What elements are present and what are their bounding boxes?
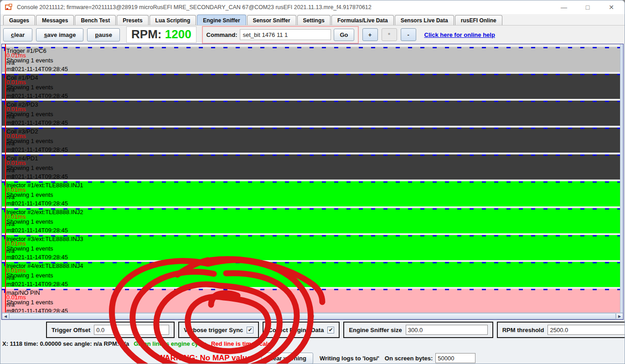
rpm-label: RPM: — [131, 27, 161, 41]
sniffer-channel-row[interactable]: Trigger #1/PC6 0.01ms Showing 1 events n… — [2, 47, 620, 72]
command-input[interactable] — [240, 29, 331, 40]
channel-timestamp: 2021-11-14T09:28:45 — [11, 66, 68, 72]
sniffer-channel-row[interactable]: Injector #2/ext:TLE8888.INJ2 0.01ms Show… — [2, 208, 620, 233]
tab[interactable]: Presets — [117, 15, 148, 25]
tab[interactable]: Engine Sniffer — [197, 15, 246, 25]
channel-timestamp: 2021-11-14T09:28:45 — [11, 92, 68, 99]
channel-timestamp: 2021-11-14T09:28:45 — [11, 173, 68, 180]
verbose-trigger-panel: Verbose trigger Sync — [178, 322, 259, 338]
save-image-button[interactable]: save image — [36, 28, 83, 41]
channel-na: n/a — [6, 140, 15, 147]
window-title: Console 20211112; firmware=20211113@2891… — [17, 4, 372, 10]
tab-label: Messages — [42, 17, 68, 24]
tab-label: Settings — [303, 17, 325, 24]
engine-sniffer-panel: Trigger #1/PC6 0.01ms Showing 1 events n… — [1, 44, 624, 320]
tab-label: Bench Test — [81, 17, 110, 24]
tab[interactable]: Sensor Sniffer — [247, 15, 296, 25]
channel-timestamp: 2021-11-14T09:28:45 — [11, 200, 68, 207]
on-screen-bytes-label: On screen bytes: — [385, 355, 433, 362]
channel-na: n/a — [6, 86, 15, 93]
tab[interactable]: Bench Test — [75, 15, 116, 25]
channel-timestamp: 2021-11-14T09:28:45 — [11, 281, 68, 287]
sniffer-channel-row[interactable]: map/NO PIN 0.01ms Showing 1 events n/a m… — [2, 289, 620, 313]
channel-na: n/a — [6, 220, 15, 227]
clear-warning-button[interactable]: clear warning — [261, 353, 313, 364]
channel-timestamp: 2021-11-14T09:28:45 — [11, 146, 68, 153]
minimize-icon[interactable]: — — [559, 2, 569, 12]
command-label: Command: — [207, 31, 238, 38]
time-scale-red-line — [5, 44, 6, 313]
scrollbar-thumb[interactable] — [9, 313, 616, 319]
sniffer-channel-row[interactable]: Injector #1/ext:TLE8888.INJ1 0.01ms Show… — [2, 181, 620, 206]
channel-na: n/a — [6, 301, 15, 308]
tab-label: Engine Sniffer — [203, 17, 240, 24]
tab-label: Lua Scripting — [155, 17, 191, 24]
map-warning-text: WARNING: No MAP values — [158, 354, 256, 363]
rpm-value: 1200 — [165, 27, 191, 41]
scrollbar-grip — [310, 315, 315, 318]
sniffer-channel-row[interactable]: Coil #3/PD2 0.01ms Showing 1 events n/a … — [2, 128, 620, 153]
cursor-position-status: X: 1118 time: 0.00000 sec angle: n/a RPM… — [2, 340, 129, 347]
tab[interactable]: rusEFI Online — [455, 15, 502, 25]
sniffer-size-input[interactable] — [406, 325, 488, 335]
tab[interactable]: Lua Scripting — [150, 15, 196, 25]
rpm-threshold-input[interactable] — [548, 325, 625, 335]
go-button[interactable]: Go — [334, 29, 354, 41]
scroll-right-icon[interactable]: ▶ — [616, 313, 623, 319]
rpm-threshold-panel: RPM threshold — [497, 322, 625, 338]
tab[interactable]: Formulas/Live Data — [331, 15, 394, 25]
channel-na: n/a — [6, 247, 15, 254]
tab-label: Presets — [123, 17, 142, 24]
channel-timestamp: 2021-11-14T09:28:45 — [11, 254, 68, 261]
sniffer-channel-row[interactable]: Coil #4/PD1 0.01ms Showing 1 events n/a … — [2, 154, 620, 179]
clear-button[interactable]: clear — [3, 28, 32, 41]
close-icon[interactable]: ✕ — [606, 2, 616, 12]
channel-na: n/a — [6, 59, 15, 66]
channel-timestamp: 2021-11-14T09:28:45 — [11, 308, 68, 313]
verbose-trigger-checkbox[interactable] — [247, 327, 253, 333]
tab-label: Sensor Sniffer — [253, 17, 290, 24]
sniffer-size-panel: Engine Sniffer size — [343, 322, 493, 338]
app-icon — [5, 4, 13, 11]
sniffer-channel-row[interactable]: Coil #1/PD4 0.01ms Showing 1 events n/a … — [2, 74, 620, 99]
maximize-icon[interactable]: □ — [583, 2, 593, 12]
tab-label: Sensors Live Data — [401, 17, 448, 24]
horizontal-scrollbar[interactable]: ◀ ▶ — [2, 313, 623, 319]
online-help-link[interactable]: Click here for online help — [424, 31, 495, 38]
rpm-display: RPM: 1200 — [126, 26, 196, 43]
sniffer-channel-row[interactable]: Coil #2/PD3 0.01ms Showing 1 events n/a … — [2, 101, 620, 126]
channel-timestamp: 2021-11-14T09:28:45 — [11, 119, 68, 126]
sniffer-channel-row[interactable]: Injector #3/ext:TLE8888.INJ3 0.01ms Show… — [2, 235, 620, 260]
tab[interactable]: Gauges — [3, 15, 35, 25]
toolbar: clear save image pause RPM: 1200 Command… — [0, 26, 625, 44]
rpm-threshold-label: RPM threshold — [502, 327, 544, 333]
app-window: Console 20211112; firmware=20211113@2891… — [0, 0, 625, 364]
warning-row: WARNING: No MAP values clear warning Wri… — [0, 351, 625, 364]
zoom-reset-button[interactable]: * — [382, 28, 397, 41]
zoom-out-button[interactable]: - — [401, 28, 416, 41]
on-screen-bytes-input[interactable] — [435, 353, 475, 363]
channel-timestamp: 2021-11-14T09:28:45 — [11, 227, 68, 234]
channel-na: n/a — [6, 113, 15, 120]
tab-bar: GaugesMessagesBench TestPresetsLua Scrip… — [0, 14, 625, 26]
red-line-note: Red line is time scale — [211, 340, 271, 347]
sniffer-channel-row[interactable]: Injector #4/ext:TLE8888.INJ4 0.01ms Show… — [2, 262, 620, 287]
tab[interactable]: Messages — [36, 15, 74, 25]
scroll-left-icon[interactable]: ◀ — [2, 313, 9, 319]
window-titlebar: Console 20211112; firmware=20211113@2891… — [0, 0, 625, 14]
vertical-scrollbar[interactable] — [620, 44, 623, 313]
channel-na: n/a — [6, 274, 15, 281]
channel-na: n/a — [6, 194, 15, 200]
zoom-in-button[interactable]: + — [362, 28, 378, 41]
trigger-offset-input[interactable] — [94, 325, 169, 335]
collect-data-checkbox[interactable] — [327, 327, 334, 333]
pause-button[interactable]: pause — [87, 28, 120, 41]
tab-label: rusEFI Online — [461, 17, 496, 24]
sniffer-rows: Trigger #1/PC6 0.01ms Showing 1 events n… — [2, 44, 620, 313]
tab[interactable]: Settings — [297, 15, 331, 25]
sniffer-settings-row: Trigger Offset Verbose trigger Sync Coll… — [0, 321, 625, 339]
collect-data-panel: Collect Engine Data — [263, 322, 340, 338]
tab[interactable]: Sensors Live Data — [395, 15, 454, 25]
sniffer-size-label: Engine Sniffer size — [349, 327, 402, 333]
channel-na: n/a — [6, 167, 15, 174]
